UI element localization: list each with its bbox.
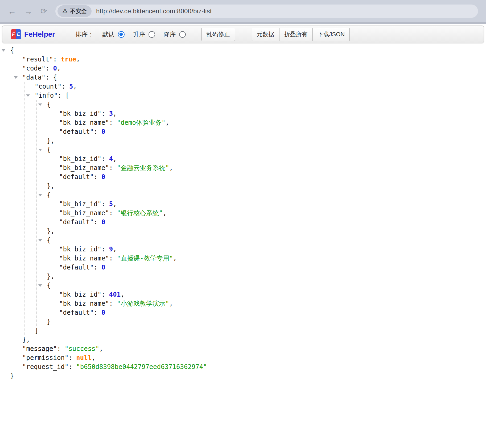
json-punct: , [165, 119, 169, 126]
json-punct: , [76, 56, 80, 63]
fehelper-toolbar: F E FeHelper 排序： 默认 升序 降序 乱码修正 元数据 折叠所有 … [2, 26, 484, 43]
address-bar[interactable]: ⚠ 不安全 http://dev.ce.bktencent.com:8000/b… [55, 5, 478, 18]
sort-option-desc[interactable]: 降序 [164, 30, 186, 39]
json-punct: ] [35, 327, 38, 334]
json-number: 0 [101, 218, 105, 226]
collapse-all-button[interactable]: 折叠所有 [279, 28, 313, 41]
json-punct: : [94, 309, 101, 316]
json-punct: : [46, 65, 53, 72]
collapse-toggle-icon[interactable] [14, 76, 18, 79]
collapse-toggle-icon[interactable] [38, 194, 42, 196]
metadata-button[interactable]: 元数据 [252, 28, 279, 41]
radio-selected-icon[interactable] [118, 31, 125, 38]
json-punct: } [10, 372, 14, 380]
json-punct: } [47, 318, 51, 325]
json-line: } [10, 371, 481, 380]
json-string: "success" [65, 345, 99, 352]
json-key: "message" [22, 345, 57, 352]
collapse-toggle-icon[interactable] [38, 149, 42, 151]
json-punct: : [94, 173, 101, 181]
json-line: { [47, 190, 481, 200]
separator [65, 30, 65, 38]
json-key: "result" [22, 56, 53, 63]
json-line: "bk_biz_name": "demo体验业务", [59, 118, 481, 127]
indent-guide: {"bk_biz_id": 3,"bk_biz_name": "demo体验业务… [36, 100, 481, 326]
json-number: 4 [109, 155, 113, 163]
json-punct: , [113, 155, 117, 163]
json-tree: {"result": true,"code": 0,"data": {"coun… [10, 46, 481, 380]
json-punct: : [101, 291, 109, 298]
radio-unselected-icon[interactable] [149, 31, 155, 38]
json-punct: , [169, 300, 173, 307]
json-key: "data" [22, 74, 46, 81]
indent-guide: "bk_biz_id": 3,"bk_biz_name": "demo体验业务"… [49, 109, 481, 136]
json-punct: , [73, 83, 77, 90]
json-punct: , [113, 200, 117, 208]
indent-guide: "result": true,"code": 0,"data": {"count… [12, 55, 481, 371]
json-punct: , [113, 110, 117, 117]
indent-guide: "bk_biz_id": 4,"bk_biz_name": "金融云业务系统",… [49, 154, 481, 181]
json-punct: : [101, 110, 109, 117]
json-punct: { [47, 146, 51, 154]
json-line: }, [22, 335, 481, 344]
collapse-toggle-icon[interactable] [2, 49, 5, 52]
json-line: "default": 0 [59, 218, 481, 227]
json-line: "count": 5, [35, 82, 481, 91]
json-line: "bk_biz_name": "金融云业务系统", [59, 163, 481, 172]
json-line: { [47, 281, 481, 290]
json-line: ] [35, 326, 481, 335]
sort-option-desc-label: 降序 [164, 30, 176, 39]
json-line: "bk_biz_id": 4, [59, 154, 481, 163]
json-punct: , [121, 291, 124, 298]
json-string: "金融云业务系统" [117, 164, 169, 172]
json-keyword: true [61, 56, 76, 63]
json-key: "bk_biz_id" [59, 246, 101, 253]
json-key: "info" [35, 92, 58, 99]
json-punct: { [47, 282, 51, 289]
json-punct: { [47, 237, 51, 244]
json-key: "bk_biz_name" [59, 164, 109, 172]
json-punct: : [109, 164, 117, 172]
json-punct: : [57, 345, 65, 352]
json-punct: : [46, 74, 53, 81]
collapse-toggle-icon[interactable] [26, 94, 30, 97]
reload-icon[interactable]: ⟳ [40, 7, 47, 15]
json-number: 401 [109, 291, 121, 298]
json-punct: : [109, 255, 117, 262]
collapse-toggle-icon[interactable] [38, 239, 42, 242]
json-number: 5 [69, 83, 73, 90]
security-badge[interactable]: ⚠ 不安全 [57, 5, 92, 17]
sort-option-asc[interactable]: 升序 [133, 30, 155, 39]
sort-option-default[interactable]: 默认 [102, 30, 125, 39]
radio-unselected-icon[interactable] [179, 31, 186, 38]
json-line: "bk_biz_id": 9, [59, 245, 481, 254]
json-punct: , [99, 345, 103, 352]
json-line: }, [47, 136, 481, 145]
json-punct: { [47, 191, 51, 199]
json-number: 0 [101, 173, 105, 181]
json-viewer: {"result": true,"code": 0,"data": {"coun… [0, 43, 486, 412]
json-line: "bk_biz_id": 3, [59, 109, 481, 118]
download-json-button[interactable]: 下载JSON [312, 28, 350, 41]
json-line: { [47, 236, 481, 245]
browser-toolbar: ← → ⟳ ⚠ 不安全 http://dev.ce.bktencent.com:… [0, 0, 486, 24]
indent-guide: "count": 5,"info": [{"bk_biz_id": 3,"bk_… [24, 82, 481, 335]
collapse-toggle-icon[interactable] [38, 103, 42, 106]
json-key: "bk_biz_id" [59, 291, 101, 298]
json-punct: : [94, 218, 101, 226]
collapse-toggle-icon[interactable] [38, 284, 42, 287]
forward-icon[interactable]: → [24, 7, 32, 15]
fehelper-logo-icon: F E [11, 29, 21, 39]
json-line: }, [47, 227, 481, 236]
back-icon[interactable]: ← [8, 7, 16, 15]
json-punct: : [101, 246, 109, 253]
json-key: "default" [59, 173, 94, 181]
json-key: "bk_biz_id" [59, 200, 101, 208]
json-punct: , [57, 65, 61, 72]
json-key: "code" [22, 65, 46, 72]
json-punct: : [94, 264, 101, 271]
garbled-fix-button[interactable]: 乱码修正 [201, 28, 235, 41]
json-keyword: null [76, 354, 92, 362]
json-punct: : [68, 363, 76, 371]
json-punct: : [58, 92, 65, 99]
